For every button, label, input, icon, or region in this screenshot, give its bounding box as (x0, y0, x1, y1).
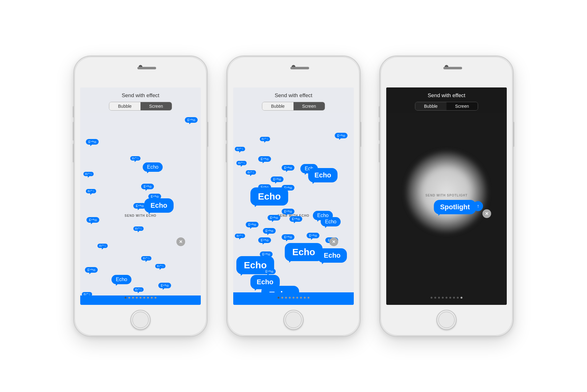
home-button-2[interactable] (284, 310, 303, 330)
bubble-echo: Echo (246, 170, 256, 175)
bubble-echo: Echo (185, 117, 198, 123)
dot (293, 297, 294, 299)
power-button (207, 122, 208, 147)
bubble-echo: Echo (268, 215, 280, 221)
dot (132, 297, 134, 299)
bubble-echo: Echo (321, 217, 341, 226)
bubble-echo: Echo (133, 287, 144, 292)
dot (442, 297, 444, 299)
dot (431, 297, 432, 299)
title-1: Send with effect (80, 92, 201, 99)
mute-button (226, 106, 227, 117)
tab-bubble-2[interactable]: Bubble (262, 102, 294, 110)
mute-button (379, 106, 380, 117)
bubble-echo: Echo (250, 187, 288, 206)
dot (155, 297, 156, 299)
volume-down-button (226, 144, 227, 162)
bubble-echo: Echo (308, 168, 338, 182)
dot (453, 297, 455, 299)
dot (434, 297, 436, 299)
send-button-spotlight[interactable]: ↑ (473, 201, 483, 211)
bubble-area-2: Echo Echo Echo Echo Echo Echo Echo Ech E… (233, 116, 354, 305)
bubble-echo: Echo (318, 248, 347, 263)
bubble-echo: Echo (260, 137, 270, 141)
dot (296, 297, 298, 299)
bubble-echo: Echo (144, 198, 174, 213)
dot (285, 297, 287, 299)
volume-up-button (226, 122, 227, 141)
dot (147, 297, 149, 299)
speaker-icon (137, 67, 156, 69)
close-button-2[interactable]: ✕ (329, 237, 338, 246)
tab-bubble-3[interactable]: Bubble (415, 102, 446, 110)
header-3: Send with effect Bubble Screen (386, 87, 507, 113)
spotlight-circle (406, 151, 487, 233)
bubble-echo: Echo (282, 209, 294, 214)
bubble-echo: Echo (271, 176, 284, 182)
bubble-echo: Echo (285, 243, 323, 261)
segmented-1[interactable]: Bubble Screen (109, 102, 172, 111)
bubble-echo: Echo (111, 275, 131, 284)
dot (281, 297, 283, 299)
home-button-1[interactable] (131, 310, 150, 330)
iphone-frame-1: Send with effect Bubble Screen Echo Echo… (73, 56, 208, 337)
power-button (513, 122, 514, 147)
header-2: Send with effect Bubble Screen (233, 87, 354, 113)
segmented-3[interactable]: Bubble Screen (415, 102, 478, 111)
dot (304, 297, 306, 299)
dot (140, 297, 141, 299)
phone-spotlight: Send with effect Bubble Screen SEND WITH… (379, 56, 514, 337)
screen-3: Send with effect Bubble Screen SEND WITH… (386, 87, 507, 305)
bubble-echo: Echo (235, 147, 245, 151)
volume-down-button (73, 144, 74, 162)
bubble-echo: Echo (246, 222, 259, 227)
bubble-echo: Echo (133, 203, 146, 209)
dot (143, 297, 145, 299)
bubble-echo: Echo (282, 234, 294, 240)
send-label-spotlight: SEND WITH SPOTLIGHT (425, 194, 467, 197)
volume-up-button (73, 122, 74, 141)
dot (449, 297, 451, 299)
iphone-frame-3: Send with effect Bubble Screen SEND WITH… (379, 56, 514, 337)
speaker-icon (443, 67, 462, 69)
close-button-3[interactable]: ✕ (482, 209, 491, 218)
bubble-echo: Echo (307, 233, 319, 238)
tab-bubble-1[interactable]: Bubble (109, 102, 141, 110)
bubble-echo: Echo (85, 267, 98, 273)
dot (300, 297, 302, 299)
dot (446, 297, 447, 299)
dot (128, 297, 130, 299)
tab-screen-2[interactable]: Screen (294, 102, 325, 110)
dot (289, 297, 291, 299)
volume-up-button (379, 122, 380, 141)
segmented-2[interactable]: Bubble Screen (262, 102, 325, 111)
close-button-1[interactable]: ✕ (176, 237, 185, 246)
bubble-echo: Echo (289, 216, 302, 222)
mute-button (73, 106, 74, 117)
tab-screen-3[interactable]: Screen (446, 102, 478, 110)
bubble-echo: Echo (335, 133, 348, 138)
dot-active (461, 297, 462, 299)
iphone-frame-2: Send with effect Bubble Screen Echo Echo… (226, 56, 361, 337)
page-dots-2 (278, 297, 309, 299)
phones-container: Send with effect Bubble Screen Echo Echo… (61, 43, 526, 349)
page-dots-3 (431, 297, 462, 299)
title-3: Send with effect (386, 92, 507, 99)
screen-1: Send with effect Bubble Screen Echo Echo… (80, 87, 201, 305)
dot-active (125, 297, 126, 299)
bubble-echo: Echo (143, 162, 163, 172)
speaker-icon (290, 67, 309, 69)
tab-screen-1[interactable]: Screen (141, 102, 172, 110)
bubble-echo: Echo (258, 237, 271, 243)
bubble-echo: Echo (97, 244, 108, 248)
bubble-echo: Echo (130, 156, 141, 161)
bubble-echo: Echo (258, 156, 271, 162)
dot (151, 297, 153, 299)
bubble-echo: Echo (158, 283, 171, 288)
phone-echo-dense: Send with effect Bubble Screen Echo Echo… (226, 56, 361, 337)
dot (308, 297, 309, 299)
home-button-3[interactable] (437, 310, 456, 330)
send-label-1: SEND WITH ECHO (125, 214, 156, 217)
page-dots-1 (125, 297, 156, 299)
dot-active (278, 297, 279, 299)
